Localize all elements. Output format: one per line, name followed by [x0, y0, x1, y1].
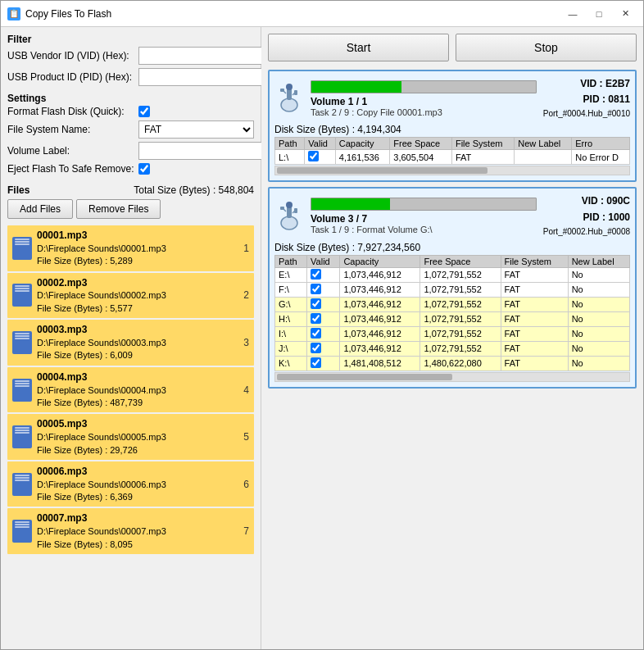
cell-freespace: 1,072,791,552	[420, 297, 501, 311]
file-name: 00007.mp3	[37, 511, 231, 525]
filter-title: Filter	[7, 34, 254, 45]
table-row[interactable]: K:\ 1,481,408,512 1,480,622,080 FAT No	[275, 356, 630, 370]
device1-hscrollbar[interactable]	[274, 166, 630, 175]
list-item[interactable]: 00004.mp3 D:\Fireplace Sounds\00004.mp3 …	[7, 367, 254, 413]
file-name: 00001.mp3	[37, 229, 231, 243]
list-item[interactable]: 00001.mp3 D:\Fireplace Sounds\00001.mp3 …	[7, 225, 254, 271]
table-row[interactable]: I:\ 1,073,446,912 1,072,791,552 FAT No	[275, 326, 630, 341]
eject-checkbox[interactable]	[138, 163, 150, 175]
list-item[interactable]: 00005.mp3 D:\Fireplace Sounds\00005.mp3 …	[7, 414, 254, 460]
svg-point-7	[281, 216, 297, 230]
svg-rect-13	[294, 208, 297, 213]
device1-col-newlabel: New Label	[515, 138, 572, 150]
device2-port: Port_#0002.Hub_#0008	[543, 225, 630, 239]
device2-table-scroll[interactable]: Path Valid Capacity Free Space File Syst…	[274, 255, 630, 382]
settings-title: Settings	[7, 93, 254, 104]
settings-section: Settings Format Flash Disk (Quick): File…	[7, 93, 254, 178]
maximize-button[interactable]: □	[587, 6, 610, 22]
device2-col-valid: Valid	[307, 255, 340, 267]
svg-rect-11	[280, 207, 284, 210]
device2-pid-label: PID :	[583, 211, 605, 223]
right-panel: Start Stop	[261, 27, 643, 649]
cell-filesystem: FAT	[501, 282, 568, 297]
pid-input[interactable]	[138, 68, 270, 86]
cell-capacity: 1,073,446,912	[340, 267, 420, 282]
cell-freespace: 1,480,622,080	[420, 356, 501, 370]
device1-header: Volume 1 / 1 Task 2 / 9 : Copy File 0000…	[274, 76, 630, 120]
cell-capacity: 4,161,536	[335, 150, 390, 165]
left-panel: Filter USB Vendor ID (VID) (Hex): USB Pr…	[1, 27, 261, 649]
table-row[interactable]: G:\ 1,073,446,912 1,072,791,552 FAT No	[275, 297, 630, 311]
cell-valid	[307, 311, 340, 326]
table-row[interactable]: L:\ 4,161,536 3,605,504 FAT No Error D	[275, 150, 630, 165]
device2-col-path: Path	[275, 255, 307, 267]
vid-input[interactable]	[138, 47, 270, 65]
file-name: 00006.mp3	[37, 465, 231, 479]
device1-pid-value: 0811	[608, 93, 630, 105]
file-size: File Size (Bytes) : 6,369	[37, 491, 231, 503]
format-label: Format Flash Disk (Quick):	[7, 106, 138, 117]
device1-port: Port_#0004.Hub_#0010	[543, 107, 630, 120]
device2-header: Volume 3 / 7 Task 1 / 9 : Format Volume …	[274, 193, 630, 238]
cell-filesystem: FAT	[451, 150, 514, 165]
device2-hscrollbar[interactable]	[274, 372, 630, 382]
cell-path: I:\	[275, 326, 307, 341]
remove-files-button[interactable]: Remove Files	[76, 199, 161, 219]
list-item[interactable]: 00007.mp3 D:\Fireplace Sounds\00007.mp3 …	[7, 508, 254, 554]
cell-valid	[307, 282, 340, 297]
cell-newlabel: No	[568, 356, 629, 370]
volumelabel-input[interactable]	[138, 142, 270, 160]
file-info: 00003.mp3 D:\Fireplace Sounds\00003.mp3 …	[37, 323, 231, 362]
file-info: 00007.mp3 D:\Fireplace Sounds\00007.mp3 …	[37, 511, 231, 551]
title-bar: 📋 Copy Files To Flash — □ ✕	[1, 1, 643, 27]
list-item[interactable]: 00003.mp3 D:\Fireplace Sounds\00003.mp3 …	[7, 320, 254, 366]
cell-path: E:\	[275, 267, 307, 282]
file-size: File Size (Bytes) : 5,577	[37, 302, 231, 315]
format-row: Format Flash Disk (Quick):	[7, 106, 254, 117]
cell-capacity: 1,073,446,912	[340, 297, 420, 311]
device1-disk-size: Disk Size (Bytes) : 4,194,304	[274, 124, 630, 135]
device1-vid-label: VID :	[580, 78, 602, 89]
cell-capacity: 1,481,408,512	[340, 356, 420, 370]
list-item[interactable]: 00002.mp3 D:\Fireplace Sounds\00002.mp3 …	[7, 273, 254, 319]
format-checkbox[interactable]	[138, 106, 150, 117]
stop-button[interactable]: Stop	[456, 34, 637, 61]
file-path: D:\Fireplace Sounds\00005.mp3	[37, 431, 231, 443]
start-button[interactable]: Start	[268, 34, 449, 61]
svg-rect-4	[280, 89, 284, 92]
cell-filesystem: FAT	[501, 297, 568, 311]
svg-point-9	[286, 202, 293, 208]
pid-row: USB Product ID (PID) (Hex):	[7, 68, 254, 86]
file-num: 1	[236, 243, 249, 254]
table-row[interactable]: F:\ 1,073,446,912 1,072,791,552 FAT No	[275, 282, 630, 297]
minimize-button[interactable]: —	[561, 6, 584, 22]
table-row[interactable]: J:\ 1,073,446,912 1,072,791,552 FAT No	[275, 341, 630, 356]
cell-valid	[307, 356, 340, 370]
window-controls: — □ ✕	[561, 6, 637, 22]
vid-label: USB Vendor ID (VID) (Hex):	[7, 50, 138, 61]
device1-col-filesystem: File System	[451, 138, 514, 150]
device2-pid-row: PID : 1000	[543, 210, 630, 225]
close-button[interactable]: ✕	[614, 6, 637, 22]
cell-path: K:\	[275, 356, 307, 370]
device1-volume: Volume 1 / 1	[311, 96, 537, 107]
device2-card: Volume 3 / 7 Task 1 / 9 : Format Volume …	[268, 187, 637, 388]
device1-table-scroll[interactable]: Path Valid Capacity Free Space File Syst…	[274, 137, 630, 175]
device2-vid-label: VID :	[582, 195, 604, 207]
filesystem-select[interactable]: FAT	[138, 120, 254, 139]
file-name: 00003.mp3	[37, 323, 231, 337]
cell-error: No Error D	[572, 150, 630, 165]
volumelabel-row: Volume Label:	[7, 142, 254, 160]
add-files-button[interactable]: Add Files	[7, 199, 73, 219]
files-total-size: Total Size (Bytes) : 548,804	[134, 184, 254, 196]
list-item[interactable]: 00006.mp3 D:\Fireplace Sounds\00006.mp3 …	[7, 461, 254, 507]
cell-path: L:\	[275, 150, 305, 165]
file-size: File Size (Bytes) : 6,009	[37, 349, 231, 361]
cell-valid	[307, 297, 340, 311]
table-row[interactable]: H:\ 1,073,446,912 1,072,791,552 FAT No	[275, 311, 630, 326]
device1-col-path: Path	[275, 138, 305, 150]
device2-col-filesystem: File System	[501, 255, 568, 267]
device1-info: VID : E2B7 PID : 0811 Port_#0004.Hub_#00…	[543, 76, 630, 120]
device2-task: Task 1 / 9 : Format Volume G:\	[311, 225, 537, 234]
table-row[interactable]: E:\ 1,073,446,912 1,072,791,552 FAT No	[275, 267, 630, 282]
